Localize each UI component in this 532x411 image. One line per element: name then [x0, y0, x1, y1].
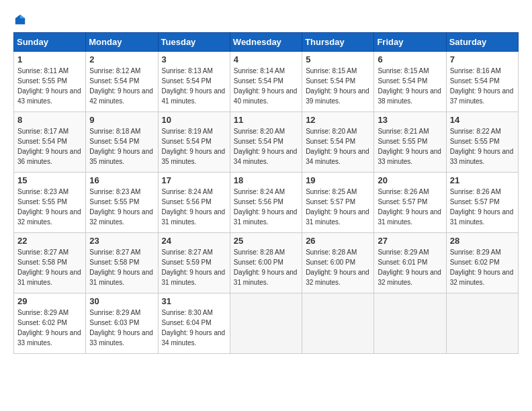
calendar-cell: 16 Sunrise: 8:23 AM Sunset: 5:55 PM Dayl… [86, 173, 158, 233]
calendar-cell [302, 293, 374, 354]
sunrise-label: Sunrise: 8:28 AM [234, 248, 285, 256]
daylight-label: Daylight: 9 hours and 33 minutes. [378, 148, 441, 165]
daylight-label: Daylight: 9 hours and 32 minutes. [17, 208, 81, 226]
day-number: 20 [378, 175, 442, 185]
sunset-label: Sunset: 5:54 PM [306, 138, 355, 145]
sunrise-label: Sunrise: 8:23 AM [89, 188, 140, 195]
day-number: 26 [306, 236, 370, 246]
day-info: Sunrise: 8:26 AM Sunset: 5:57 PM Dayligh… [450, 187, 515, 227]
sunset-label: Sunset: 5:57 PM [306, 198, 355, 205]
day-number: 16 [89, 175, 154, 185]
weekday-header-friday: Friday [374, 33, 446, 52]
daylight-label: Daylight: 9 hours and 33 minutes. [450, 148, 514, 165]
calendar-cell: 24 Sunrise: 8:27 AM Sunset: 5:59 PM Dayl… [158, 233, 230, 293]
calendar-cell: 2 Sunrise: 8:12 AM Sunset: 5:54 PM Dayli… [86, 52, 158, 112]
calendar-cell: 26 Sunrise: 8:28 AM Sunset: 6:00 PM Dayl… [302, 233, 374, 293]
day-info: Sunrise: 8:24 AM Sunset: 5:56 PM Dayligh… [162, 187, 226, 227]
day-info: Sunrise: 8:18 AM Sunset: 5:54 PM Dayligh… [89, 126, 154, 167]
daylight-label: Daylight: 9 hours and 31 minutes. [162, 208, 226, 226]
day-info: Sunrise: 8:29 AM Sunset: 6:02 PM Dayligh… [450, 247, 515, 287]
day-number: 1 [17, 54, 82, 64]
day-info: Sunrise: 8:14 AM Sunset: 5:54 PM Dayligh… [234, 66, 298, 106]
daylight-label: Daylight: 9 hours and 43 minutes. [17, 87, 81, 105]
calendar-cell: 11 Sunrise: 8:20 AM Sunset: 5:54 PM Dayl… [230, 112, 302, 173]
day-number: 24 [162, 236, 226, 246]
header [13, 13, 519, 26]
sunset-label: Sunset: 5:56 PM [234, 198, 283, 205]
day-info: Sunrise: 8:22 AM Sunset: 5:55 PM Dayligh… [450, 126, 515, 167]
day-info: Sunrise: 8:27 AM Sunset: 5:58 PM Dayligh… [89, 247, 154, 287]
weekday-header-saturday: Saturday [446, 33, 518, 52]
day-info: Sunrise: 8:28 AM Sunset: 6:00 PM Dayligh… [306, 247, 370, 287]
calendar-cell: 21 Sunrise: 8:26 AM Sunset: 5:57 PM Dayl… [446, 173, 518, 233]
sunrise-label: Sunrise: 8:21 AM [378, 128, 429, 135]
sunset-label: Sunset: 5:54 PM [234, 138, 283, 145]
sunrise-label: Sunrise: 8:24 AM [162, 188, 213, 195]
day-info: Sunrise: 8:23 AM Sunset: 5:55 PM Dayligh… [17, 187, 82, 227]
day-number: 6 [378, 54, 442, 64]
sunset-label: Sunset: 5:59 PM [162, 259, 212, 266]
day-number: 8 [17, 115, 82, 125]
calendar-cell: 6 Sunrise: 8:15 AM Sunset: 5:54 PM Dayli… [374, 52, 446, 112]
day-number: 9 [89, 115, 154, 125]
day-number: 30 [89, 296, 154, 306]
daylight-label: Daylight: 9 hours and 36 minutes. [17, 148, 81, 165]
daylight-label: Daylight: 9 hours and 34 minutes. [234, 148, 298, 165]
sunset-label: Sunset: 6:00 PM [234, 259, 283, 266]
daylight-label: Daylight: 9 hours and 37 minutes. [450, 87, 514, 105]
daylight-label: Daylight: 9 hours and 31 minutes. [234, 208, 298, 226]
day-number: 12 [306, 115, 370, 125]
day-number: 13 [378, 115, 442, 125]
day-info: Sunrise: 8:16 AM Sunset: 5:54 PM Dayligh… [450, 66, 515, 106]
day-info: Sunrise: 8:25 AM Sunset: 5:57 PM Dayligh… [306, 187, 370, 227]
calendar-cell: 20 Sunrise: 8:26 AM Sunset: 5:57 PM Dayl… [374, 173, 446, 233]
day-number: 21 [450, 175, 515, 185]
daylight-label: Daylight: 9 hours and 42 minutes. [89, 87, 153, 105]
sunset-label: Sunset: 5:54 PM [306, 77, 355, 85]
sunset-label: Sunset: 6:02 PM [450, 259, 500, 266]
calendar-week-row: 15 Sunrise: 8:23 AM Sunset: 5:55 PM Dayl… [14, 173, 519, 233]
sunrise-label: Sunrise: 8:16 AM [450, 67, 501, 75]
daylight-label: Daylight: 9 hours and 41 minutes. [162, 87, 226, 105]
daylight-label: Daylight: 9 hours and 32 minutes. [450, 269, 514, 286]
daylight-label: Daylight: 9 hours and 31 minutes. [89, 269, 153, 286]
day-info: Sunrise: 8:24 AM Sunset: 5:56 PM Dayligh… [234, 187, 298, 227]
sunset-label: Sunset: 5:54 PM [450, 77, 500, 85]
day-info: Sunrise: 8:19 AM Sunset: 5:54 PM Dayligh… [162, 126, 226, 167]
day-number: 15 [17, 175, 82, 185]
calendar-cell: 22 Sunrise: 8:27 AM Sunset: 5:58 PM Dayl… [14, 233, 86, 293]
calendar-cell: 25 Sunrise: 8:28 AM Sunset: 6:00 PM Dayl… [230, 233, 302, 293]
daylight-label: Daylight: 9 hours and 31 minutes. [450, 208, 514, 226]
day-info: Sunrise: 8:29 AM Sunset: 6:01 PM Dayligh… [378, 247, 442, 287]
day-number: 7 [450, 54, 515, 64]
sunrise-label: Sunrise: 8:25 AM [306, 188, 357, 195]
calendar-cell: 1 Sunrise: 8:11 AM Sunset: 5:55 PM Dayli… [14, 52, 86, 112]
sunset-label: Sunset: 5:54 PM [162, 77, 212, 85]
sunrise-label: Sunrise: 8:26 AM [378, 188, 429, 195]
weekday-header-thursday: Thursday [302, 33, 374, 52]
daylight-label: Daylight: 9 hours and 31 minutes. [306, 208, 369, 226]
sunrise-label: Sunrise: 8:26 AM [450, 188, 501, 195]
sunset-label: Sunset: 5:55 PM [17, 198, 67, 205]
day-info: Sunrise: 8:20 AM Sunset: 5:54 PM Dayligh… [234, 126, 298, 167]
sunset-label: Sunset: 6:00 PM [306, 259, 355, 266]
day-number: 19 [306, 175, 370, 185]
daylight-label: Daylight: 9 hours and 32 minutes. [89, 208, 153, 226]
day-info: Sunrise: 8:15 AM Sunset: 5:54 PM Dayligh… [306, 66, 370, 106]
calendar-cell: 4 Sunrise: 8:14 AM Sunset: 5:54 PM Dayli… [230, 52, 302, 112]
sunset-label: Sunset: 5:54 PM [17, 138, 67, 145]
sunrise-label: Sunrise: 8:27 AM [17, 248, 69, 256]
sunset-label: Sunset: 5:55 PM [378, 138, 427, 145]
calendar-cell: 3 Sunrise: 8:13 AM Sunset: 5:54 PM Dayli… [158, 52, 230, 112]
calendar-cell [374, 293, 446, 354]
day-info: Sunrise: 8:23 AM Sunset: 5:55 PM Dayligh… [89, 187, 154, 227]
logo [13, 13, 27, 26]
sunset-label: Sunset: 5:58 PM [89, 259, 139, 266]
sunrise-label: Sunrise: 8:29 AM [378, 248, 429, 256]
weekday-header-tuesday: Tuesday [158, 33, 230, 52]
day-info: Sunrise: 8:26 AM Sunset: 5:57 PM Dayligh… [378, 187, 442, 227]
calendar-cell: 19 Sunrise: 8:25 AM Sunset: 5:57 PM Dayl… [302, 173, 374, 233]
sunrise-label: Sunrise: 8:12 AM [89, 67, 140, 75]
sunset-label: Sunset: 5:54 PM [162, 138, 212, 145]
sunrise-label: Sunrise: 8:30 AM [162, 309, 213, 316]
